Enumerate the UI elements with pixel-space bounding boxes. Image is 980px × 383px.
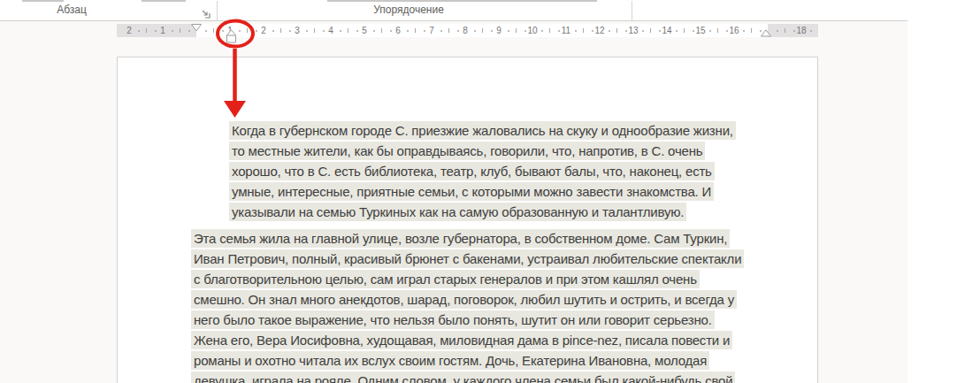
horizontal-ruler[interactable]: 211234567891011121314151618 xyxy=(117,24,818,37)
ruler-tick xyxy=(583,28,584,33)
ruler-dot xyxy=(474,30,476,32)
ruler-number: 6 xyxy=(395,24,401,37)
ruler-tick xyxy=(549,28,550,33)
ruler-dot xyxy=(222,30,224,32)
ruler-dot xyxy=(289,30,291,32)
document-workspace: 211234567891011121314151618 Когда в губе… xyxy=(0,21,907,383)
ruler-number: 13 xyxy=(628,24,638,37)
ruler-tick xyxy=(482,28,483,33)
ruler-dot xyxy=(524,30,526,32)
paragraph-1[interactable]: Когда в губернском городе С. приезжие жа… xyxy=(229,120,736,222)
ruler-tick xyxy=(650,28,651,33)
dialog-launcher-icon[interactable] xyxy=(201,6,211,16)
arrange-group-label: Упорядочение xyxy=(373,4,444,16)
ribbon-control-edge xyxy=(22,0,64,2)
ruler-tick xyxy=(381,28,382,33)
ruler-number: 5 xyxy=(362,24,367,37)
ruler-tick xyxy=(247,28,248,33)
ruler-dot xyxy=(743,30,745,32)
ruler-dot xyxy=(138,30,140,32)
ruler-number: 1 xyxy=(160,24,165,37)
ruler-dot xyxy=(205,30,207,32)
document-page[interactable]: Когда в губернском городе С. приезжие жа… xyxy=(117,57,818,383)
ruler-dot xyxy=(659,30,661,32)
ruler-dot xyxy=(424,30,425,32)
ruler-dot xyxy=(793,30,795,32)
ruler-dot xyxy=(356,30,358,32)
ruler-number: 15 xyxy=(695,24,705,37)
ruler-dot xyxy=(676,30,678,32)
text-line[interactable]: умные, интересные, приятные семьи, с кот… xyxy=(229,181,736,202)
ruler-dot xyxy=(491,30,493,32)
ruler-tick xyxy=(516,28,517,33)
ruler-dot xyxy=(625,30,627,32)
ruler-tick xyxy=(415,28,416,33)
paragraph-group-label: Абзац xyxy=(57,4,87,16)
ruler-dot xyxy=(407,30,409,32)
text-line[interactable]: Иван Петрович, полный, красивый брюнет с… xyxy=(191,249,744,269)
text-line[interactable]: то местные жители, как бы оправдываясь, … xyxy=(229,141,736,161)
ruler-dot xyxy=(558,30,560,32)
ruler-dot xyxy=(323,30,325,32)
ribbon-control-edge xyxy=(327,0,597,2)
ruler-tick xyxy=(146,28,147,33)
group-divider xyxy=(632,1,632,20)
ruler-number: 7 xyxy=(429,24,434,37)
paragraph-2[interactable]: Эта семья жила на главной улице, возле г… xyxy=(191,228,744,383)
ruler-tick xyxy=(785,28,785,33)
first-line-indent-marker[interactable] xyxy=(191,24,202,32)
text-line[interactable]: девушка, играла на рояле. Одним словом, … xyxy=(191,371,744,383)
ruler-tick xyxy=(448,28,449,33)
ruler-number: 14 xyxy=(662,24,671,37)
ruler-dot xyxy=(777,30,778,32)
text-line[interactable]: хорошо, что в С. есть библиотека, театр,… xyxy=(229,161,736,181)
ruler-number: 16 xyxy=(729,24,739,37)
ruler-tick xyxy=(180,28,180,33)
ruler-tick xyxy=(213,28,214,33)
ruler-dot xyxy=(609,30,610,32)
text-line[interactable]: Эта семья жила на главной улице, возле г… xyxy=(191,228,744,249)
ruler-number: 9 xyxy=(496,24,501,37)
ruler-dot xyxy=(188,30,190,32)
ruler-tick xyxy=(751,28,752,33)
right-indent-marker[interactable] xyxy=(761,29,771,37)
ruler-dot xyxy=(541,30,543,32)
ruler-tick xyxy=(616,28,617,33)
ruler-tick xyxy=(348,28,348,33)
ruler-dot xyxy=(457,30,459,32)
ruler-tick xyxy=(684,28,685,33)
ruler-dot xyxy=(256,30,257,32)
ruler-number: 10 xyxy=(527,24,537,37)
ruler-dot xyxy=(592,30,593,32)
ruler-dot xyxy=(390,30,392,32)
group-divider xyxy=(217,1,218,20)
ruler-dot xyxy=(709,30,711,32)
ruler-dot xyxy=(172,30,173,32)
ruler-number: 3 xyxy=(295,24,300,37)
ruler-dot xyxy=(306,30,308,32)
text-line[interactable]: него было такое выражение, что нельзя бы… xyxy=(191,310,744,330)
ruler-number: 12 xyxy=(594,24,604,37)
ruler-tick xyxy=(717,28,718,33)
ruler-dot xyxy=(440,30,442,32)
ruler-dot xyxy=(726,30,728,32)
ruler-dot xyxy=(810,30,812,32)
ribbon-control-edge xyxy=(142,0,186,2)
ruler-dot xyxy=(508,30,509,32)
ruler-dot xyxy=(272,30,274,32)
text-line[interactable]: Когда в губернском городе С. приезжие жа… xyxy=(229,120,736,141)
ribbon-strip: Абзац Упорядочение xyxy=(0,0,907,21)
ruler-number: 4 xyxy=(328,24,333,37)
text-line[interactable]: романы и охотно читала их вслух своим го… xyxy=(191,350,744,371)
text-line[interactable]: Жена его, Вера Иосифовна, худощавая, мил… xyxy=(191,330,744,350)
ruler-dot xyxy=(642,30,644,32)
text-line[interactable]: смешно. Он знал много анекдотов, шарад, … xyxy=(191,289,744,310)
text-line[interactable]: указывали на семью Туркиных как на самую… xyxy=(229,202,736,222)
word-window-region: Абзац Упорядочение 211234567891011121314… xyxy=(0,0,980,383)
ruler-dot xyxy=(155,30,157,32)
ruler-dot xyxy=(239,30,241,32)
ruler-tick xyxy=(314,28,315,33)
left-indent-marker[interactable] xyxy=(226,29,236,43)
text-line[interactable]: с благотворительною целью, сам играл ста… xyxy=(191,269,744,289)
ruler-dot xyxy=(373,30,375,32)
